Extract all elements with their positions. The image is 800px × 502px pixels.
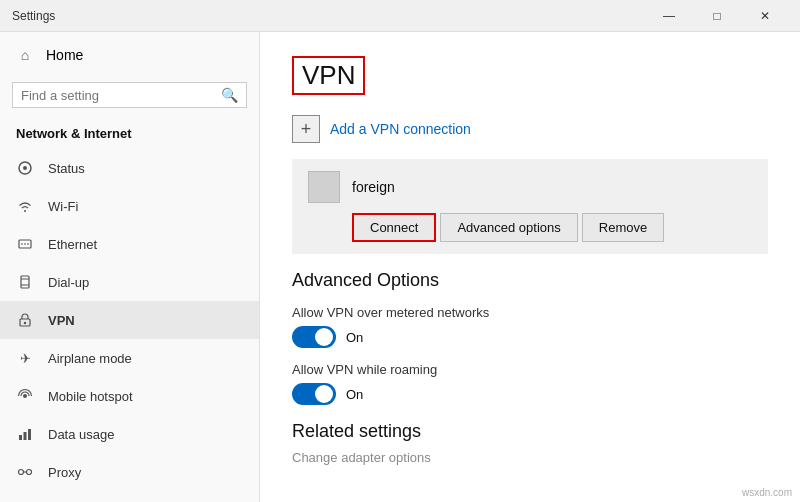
title-bar: Settings — □ ✕ (0, 0, 800, 32)
add-vpn-label: Add a VPN connection (330, 121, 471, 137)
toggle-roaming[interactable] (292, 383, 336, 405)
hotspot-icon (16, 387, 34, 405)
sidebar-item-home[interactable]: ⌂ Home (0, 32, 259, 78)
svg-point-11 (23, 394, 27, 398)
sidebar-item-airplane[interactable]: ✈ Airplane mode (0, 339, 259, 377)
home-label: Home (46, 47, 83, 63)
home-icon: ⌂ (16, 46, 34, 64)
status-icon (16, 159, 34, 177)
related-settings-title: Related settings (292, 421, 768, 442)
settings-window: Settings — □ ✕ ⌂ Home 🔍 Network & Intern… (0, 0, 800, 502)
toggle-roaming-value: On (346, 387, 363, 402)
sidebar-label-proxy: Proxy (48, 465, 81, 480)
sidebar-label-hotspot: Mobile hotspot (48, 389, 133, 404)
vpn-icon (16, 311, 34, 329)
page-title-box: VPN (292, 56, 365, 95)
toggle-label-roaming: Allow VPN while roaming (292, 362, 768, 377)
ethernet-icon (16, 235, 34, 253)
sidebar-item-dialup[interactable]: Dial-up (0, 263, 259, 301)
sidebar-label-wifi: Wi-Fi (48, 199, 78, 214)
watermark: wsxdn.com (742, 487, 792, 498)
vpn-name: foreign (352, 179, 395, 195)
sidebar-item-vpn[interactable]: VPN (0, 301, 259, 339)
close-button[interactable]: ✕ (742, 0, 788, 32)
search-input[interactable] (21, 88, 221, 103)
proxy-icon (16, 463, 34, 481)
toggle-label-metered: Allow VPN over metered networks (292, 305, 768, 320)
window-title: Settings (12, 9, 646, 23)
window-controls: — □ ✕ (646, 0, 788, 32)
add-vpn-button[interactable]: + Add a VPN connection (292, 115, 768, 143)
sidebar-section-title: Network & Internet (0, 118, 259, 149)
content-area: VPN + Add a VPN connection foreign Conne… (260, 32, 800, 502)
advanced-options-button[interactable]: Advanced options (440, 213, 577, 242)
search-box[interactable]: 🔍 (12, 82, 247, 108)
toggle-metered-value: On (346, 330, 363, 345)
advanced-options-title: Advanced Options (292, 270, 768, 291)
toggle-row-roaming: Allow VPN while roaming On (292, 362, 768, 405)
sidebar-label-datausage: Data usage (48, 427, 115, 442)
connect-button[interactable]: Connect (352, 213, 436, 242)
sidebar-item-status[interactable]: Status (0, 149, 259, 187)
svg-point-1 (23, 166, 27, 170)
sidebar-label-dialup: Dial-up (48, 275, 89, 290)
svg-point-15 (19, 470, 24, 475)
sidebar-label-ethernet: Ethernet (48, 237, 97, 252)
sidebar-item-hotspot[interactable]: Mobile hotspot (0, 377, 259, 415)
app-body: ⌂ Home 🔍 Network & Internet Status Wi-Fi (0, 32, 800, 502)
minimize-button[interactable]: — (646, 0, 692, 32)
change-adapter-link[interactable]: Change adapter options (292, 450, 768, 465)
svg-rect-13 (24, 432, 27, 440)
page-title: VPN (302, 60, 355, 91)
add-icon: + (292, 115, 320, 143)
sidebar-label-vpn: VPN (48, 313, 75, 328)
vpn-card-header: foreign (308, 171, 752, 203)
toggle-metered[interactable] (292, 326, 336, 348)
airplane-icon: ✈ (16, 349, 34, 367)
vpn-card: foreign Connect Advanced options Remove (292, 159, 768, 254)
sidebar-item-wifi[interactable]: Wi-Fi (0, 187, 259, 225)
svg-point-10 (24, 322, 26, 324)
search-icon: 🔍 (221, 87, 238, 103)
svg-point-16 (27, 470, 32, 475)
dialup-icon (16, 273, 34, 291)
sidebar-item-proxy[interactable]: Proxy (0, 453, 259, 491)
sidebar-item-datausage[interactable]: Data usage (0, 415, 259, 453)
sidebar: ⌂ Home 🔍 Network & Internet Status Wi-Fi (0, 32, 260, 502)
sidebar-label-airplane: Airplane mode (48, 351, 132, 366)
maximize-button[interactable]: □ (694, 0, 740, 32)
svg-rect-6 (21, 276, 29, 288)
svg-rect-12 (19, 435, 22, 440)
datausage-icon (16, 425, 34, 443)
toggle-thumb (315, 328, 333, 346)
toggle-row-metered: Allow VPN over metered networks On (292, 305, 768, 348)
svg-rect-14 (28, 429, 31, 440)
remove-button[interactable]: Remove (582, 213, 664, 242)
toggle-metered-control: On (292, 326, 768, 348)
sidebar-label-status: Status (48, 161, 85, 176)
sidebar-item-ethernet[interactable]: Ethernet (0, 225, 259, 263)
vpn-entry-icon (308, 171, 340, 203)
vpn-actions: Connect Advanced options Remove (352, 213, 752, 242)
toggle-roaming-control: On (292, 383, 768, 405)
wifi-icon (16, 197, 34, 215)
toggle-thumb-roaming (315, 385, 333, 403)
